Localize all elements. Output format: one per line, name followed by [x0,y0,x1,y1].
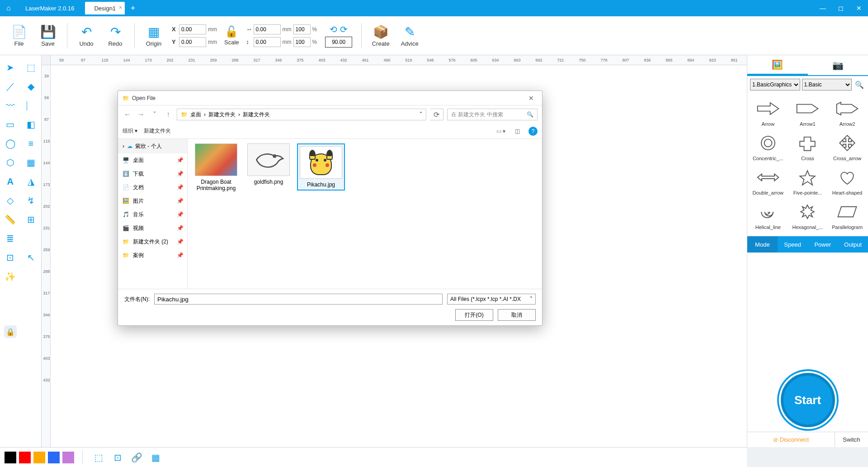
nav-forward-button[interactable]: → [136,110,146,119]
search-box[interactable]: 在 新建文件夹 中搜索 🔍 [447,109,538,120]
link-icon[interactable]: 🔗 [129,450,144,465]
table-icon[interactable]: ▦ [148,450,163,465]
filetype-select[interactable]: All Files (*.lcpx *.lcp *.AI *.DX˅ [447,294,536,305]
nav-up-button[interactable]: ↑ [163,110,173,119]
y-input[interactable] [179,37,206,47]
rotate-input[interactable] [325,37,352,48]
x-input[interactable] [179,24,206,34]
camera-tab[interactable]: 📷 [808,55,868,75]
output-tab[interactable]: Output [838,236,868,253]
nav-recent-button[interactable]: ˅ [150,110,160,119]
path-tool[interactable]: ↯ [21,191,42,210]
cancel-button[interactable]: 取消 [498,309,536,321]
sidebar-item[interactable]: 🎬视频📌 [118,221,187,235]
path-chevron-icon[interactable]: ˅ [420,111,422,118]
effects-tool[interactable]: ✨ [0,267,21,286]
redo-button[interactable]: ↷Redo [101,24,130,47]
mirror-tool[interactable]: ◮ [21,172,42,191]
shape-search-icon[interactable]: 🔍 [854,79,865,91]
rotate-ccw-icon[interactable]: ⟲ [330,24,337,35]
sidebar-item[interactable]: 📁新建文件夹 (2)📌 [118,235,187,248]
color-swatch[interactable] [62,452,74,463]
file-button[interactable]: 📄File [5,24,33,47]
shape-arrow[interactable]: Arrow [750,96,786,127]
preview-pane-button[interactable]: ◫ [512,128,522,134]
shape-arrow1[interactable]: Arrow1 [790,96,826,127]
speed-tab[interactable]: Speed [778,236,808,253]
path-bar[interactable]: 📁 桌面› 新建文件夹› 新建文件夹 ˅ [177,109,426,120]
shape-cross_arrow[interactable]: Cross_arrow [829,130,865,161]
sidebar-user-header[interactable]: ›☁紫欣 - 个人 [118,139,187,153]
width-input[interactable] [254,24,281,34]
open-button[interactable]: 打开(O) [455,309,493,321]
close-tab-icon[interactable]: × [119,5,122,11]
grid-tool[interactable]: ▦ [21,153,42,172]
height-pct-input[interactable] [293,37,311,47]
dialog-close-button[interactable]: ✕ [525,95,538,102]
color-swatch[interactable] [5,452,16,463]
new-tab-button[interactable]: + [127,2,139,14]
array-tool[interactable]: ⊞ [21,210,42,229]
nav-back-button[interactable]: ← [123,110,132,119]
new-folder-button[interactable]: 新建文件夹 [144,127,171,135]
rotate-cw-icon[interactable]: ⟳ [340,24,348,35]
organize-menu[interactable]: 组织 ▾ [123,127,137,135]
line-tool[interactable]: ／ [0,77,21,96]
align-center-tool[interactable]: ≡ [21,134,42,153]
power-tab[interactable]: Power [808,236,838,253]
refresh-button[interactable]: ⟳ [430,109,443,120]
color-swatch[interactable] [48,452,60,463]
sidebar-item[interactable]: 🖼️图片📌 [118,194,187,208]
mode-tab[interactable]: Mode [747,236,778,253]
height-input[interactable] [254,37,281,47]
frame-icon[interactable]: ⬚ [91,450,106,465]
maximize-button[interactable]: ◻ [832,0,850,16]
create-button[interactable]: 📦Create [366,24,395,47]
polygon-tool[interactable]: ⬡ [0,153,21,172]
rect-tool[interactable]: ▭ [0,115,21,134]
document-tab[interactable]: Design1 × [85,2,125,14]
layers-tool[interactable]: ≣ [0,229,21,248]
shape-heart-shaped[interactable]: Heart-shaped [829,165,865,195]
fill-tool[interactable]: ◆ [21,77,42,96]
save-button[interactable]: 💾Save [33,24,62,47]
ruler-tool[interactable]: 📏 [0,210,21,229]
layout-tool[interactable]: ⊡ [0,248,21,267]
home-icon[interactable]: ⌂ [0,4,17,12]
erase-tool[interactable]: ◇ [0,191,21,210]
file-item[interactable]: Pikachu.jpg [297,143,345,191]
sidebar-item[interactable]: 📁案例📌 [118,248,187,262]
shape-tool[interactable]: ◧ [21,115,42,134]
ellipse-tool[interactable]: ◯ [0,134,21,153]
advice-button[interactable]: ✎Advice [395,24,424,47]
close-window-button[interactable]: ✕ [850,0,868,16]
subcategory-select[interactable]: 1.Basic [802,79,852,91]
shape-cross[interactable]: Cross [790,130,826,161]
scale-lock[interactable]: 🔓Scale [224,25,239,46]
lock-toggle[interactable]: 🔒 [0,322,21,341]
sidebar-item[interactable]: ⬇️下载📌 [118,167,187,181]
file-item[interactable]: Dragon Boat Printmaking.png [192,143,240,191]
shape-five-pointe...[interactable]: Five-pointe... [790,165,826,195]
shape-hexagonal_...[interactable]: Hexagonal_... [790,199,826,230]
color-swatch[interactable] [33,452,45,463]
width-pct-input[interactable] [293,24,311,34]
curve-tool[interactable]: 〰 [0,96,21,115]
shape-double_arrow[interactable]: Double_arrow [750,165,786,195]
pointer-tool[interactable]: ↖ [21,248,42,267]
undo-button[interactable]: ↶Undo [72,24,101,47]
shape-parallelogram[interactable]: Parallelogram [829,199,865,230]
text-tool[interactable]: A [0,172,21,191]
shape-helical_line[interactable]: Helical_line [750,199,786,230]
switch-button[interactable]: Switch [835,432,868,447]
select-tool[interactable]: ➤ [0,58,21,77]
shape-concentric_...[interactable]: Concentric_... [750,130,786,161]
color-swatch[interactable] [19,452,31,463]
sidebar-item[interactable]: 🎵音乐📌 [118,208,187,221]
connection-status[interactable]: ⊘Disconnect [747,432,835,447]
start-button[interactable]: Start [781,373,835,427]
filename-input[interactable] [154,294,443,305]
shape-arrow2[interactable]: Arrow2 [829,96,865,127]
align-left-tool[interactable]: ⎸ [21,96,42,115]
file-item[interactable]: goldfish.png [245,143,292,185]
